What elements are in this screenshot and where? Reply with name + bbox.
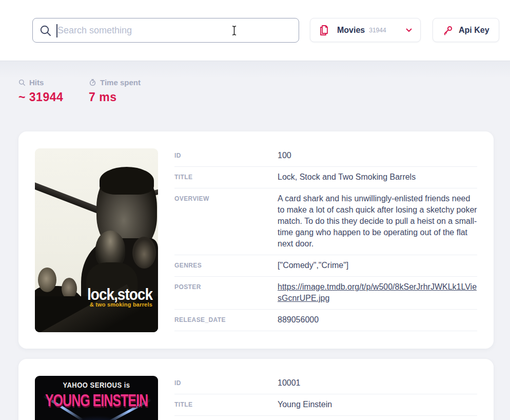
field-label: TITLE bbox=[174, 399, 278, 408]
field-row-id: ID 10001 bbox=[174, 373, 477, 394]
poster-title-text: YOUNG EINSTEIN bbox=[37, 391, 155, 411]
hits-stat: Hits ~ 31944 bbox=[18, 78, 89, 104]
chevron-down-icon bbox=[406, 28, 412, 32]
stopwatch-icon bbox=[89, 79, 96, 86]
field-label: TITLE bbox=[174, 171, 278, 181]
poster-subtitle-text: & two smoking barrels bbox=[90, 301, 152, 308]
time-spent-stat: Time spent 7 ms bbox=[89, 78, 159, 104]
field-row-overview: OVERVIEW A card shark and his unwillingl… bbox=[174, 188, 477, 255]
field-label: GENRES bbox=[174, 260, 278, 269]
field-row-title: TITLE Lock, Stock and Two Smoking Barrel… bbox=[174, 167, 477, 188]
field-row-title: TITLE Young Einstein bbox=[174, 394, 477, 416]
index-selector[interactable]: Movies 31944 bbox=[310, 18, 421, 42]
mouse-ibeam-cursor bbox=[230, 25, 238, 36]
field-row-overview: OVERVIEW Albert Einstein is the son of a… bbox=[174, 416, 477, 420]
movie-poster-young-einstein: YAHOO SERIOUS is YOUNG EINSTEIN bbox=[35, 376, 158, 420]
hits-search-icon bbox=[18, 79, 26, 86]
field-row-release-date: RELEASE_DATE 889056000 bbox=[174, 310, 477, 331]
key-icon bbox=[442, 25, 454, 36]
api-key-label: Api Key bbox=[459, 26, 489, 35]
documents-icon bbox=[319, 24, 330, 36]
top-header: Movies 31944 Api Key bbox=[0, 0, 510, 61]
poster-top-text: YAHOO SERIOUS is bbox=[35, 380, 158, 389]
result-card: YAHOO SERIOUS is YOUNG EINSTEIN ID 10001… bbox=[18, 359, 494, 420]
api-key-button[interactable]: Api Key bbox=[433, 18, 499, 42]
results-area: Hits ~ 31944 Time spent 7 ms bbox=[0, 61, 510, 420]
field-label: ID bbox=[174, 377, 278, 387]
hits-value: ~ 31944 bbox=[18, 90, 89, 104]
field-label: RELEASE_DATE bbox=[174, 314, 278, 323]
field-value: Young Einstein bbox=[278, 399, 477, 410]
field-row-id: ID 100 bbox=[174, 145, 477, 167]
field-value: ["Comedy","Crime"] bbox=[278, 260, 477, 271]
field-label: ID bbox=[174, 150, 278, 159]
field-value: Lock, Stock and Two Smoking Barrels bbox=[278, 171, 477, 183]
field-row-genres: GENRES ["Comedy","Crime"] bbox=[174, 255, 477, 277]
field-value: 100 bbox=[278, 150, 477, 161]
field-value: A card shark and his unwillingly-enliste… bbox=[278, 193, 477, 250]
index-doc-count: 31944 bbox=[369, 27, 406, 34]
field-value: 10001 bbox=[278, 377, 477, 389]
document-fields: ID 100 TITLE Lock, Stock and Two Smoking… bbox=[174, 145, 477, 332]
field-row-poster: POSTER https://image.tmdb.org/t/p/w500/8… bbox=[174, 277, 477, 310]
field-label: OVERVIEW bbox=[174, 193, 278, 202]
search-box[interactable] bbox=[32, 18, 299, 43]
hits-label: Hits bbox=[29, 78, 44, 87]
field-label: POSTER bbox=[174, 281, 278, 291]
time-spent-value: 7 ms bbox=[89, 90, 159, 104]
document-fields: ID 10001 TITLE Young Einstein OVERVIEW A… bbox=[174, 373, 477, 420]
poster-url-link[interactable]: https://image.tmdb.org/t/p/w500/8kSerJrh… bbox=[278, 281, 477, 304]
index-name: Movies bbox=[337, 26, 365, 35]
movie-poster-lock-stock: lock,stock & two smoking barrels bbox=[35, 148, 158, 332]
field-value: 889056000 bbox=[278, 314, 477, 326]
text-caret bbox=[56, 24, 57, 37]
time-spent-label: Time spent bbox=[100, 78, 141, 87]
result-card: lock,stock & two smoking barrels ID 100 … bbox=[18, 131, 494, 349]
search-stats: Hits ~ 31944 Time spent 7 ms bbox=[18, 61, 492, 104]
search-icon bbox=[40, 25, 52, 37]
